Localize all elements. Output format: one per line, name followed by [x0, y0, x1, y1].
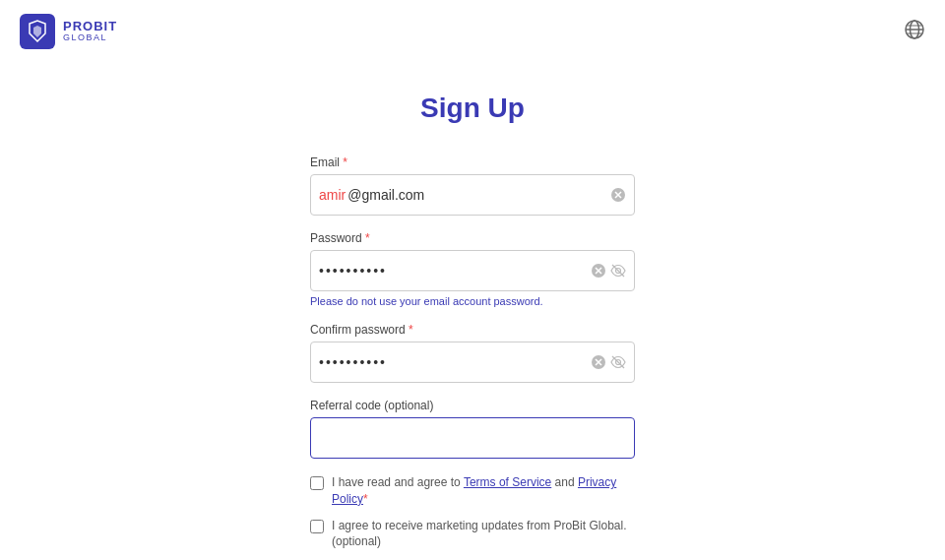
password-hint: Please do not use your email account pas…	[310, 295, 635, 307]
page-title: Sign Up	[420, 93, 525, 124]
marketing-checkbox-label: I agree to receive marketing updates fro…	[332, 518, 635, 551]
confirm-password-label: Confirm password *	[310, 323, 635, 337]
main-content: Sign Up Email * amir @gmail.com	[0, 63, 945, 560]
terms-checkbox-group: I have read and agree to Terms of Servic…	[310, 474, 635, 508]
probit-logo-icon	[20, 14, 55, 49]
confirm-password-toggle-icon[interactable]	[610, 354, 626, 370]
email-input-wrapper: amir @gmail.com	[310, 174, 635, 216]
password-input-wrapper	[310, 250, 635, 291]
password-input[interactable]	[319, 263, 591, 279]
terms-checkbox-label: I have read and agree to Terms of Servic…	[332, 474, 635, 508]
referral-field-group: Referral code (optional)	[310, 399, 635, 459]
logo-probit-label: PROBIT	[63, 20, 117, 33]
referral-input-wrapper	[310, 417, 635, 459]
password-label: Password *	[310, 231, 635, 245]
password-toggle-icon[interactable]	[610, 263, 626, 279]
terms-of-service-link[interactable]: Terms of Service	[464, 475, 551, 489]
email-field-group: Email * amir @gmail.com	[310, 156, 635, 216]
password-clear-icon[interactable]	[591, 263, 606, 279]
logo-global-label: GLOBAL	[63, 33, 117, 43]
referral-label: Referral code (optional)	[310, 399, 635, 412]
marketing-checkbox-group: I agree to receive marketing updates fro…	[310, 518, 635, 551]
password-field-group: Password * Please do not	[310, 231, 635, 307]
email-domain: @gmail.com	[347, 187, 424, 203]
marketing-checkbox[interactable]	[310, 520, 324, 533]
confirm-password-input[interactable]	[319, 354, 591, 370]
globe-icon[interactable]	[904, 19, 925, 44]
header: PROBIT GLOBAL	[0, 0, 945, 63]
logo-text: PROBIT GLOBAL	[63, 20, 117, 43]
terms-checkbox[interactable]	[310, 476, 324, 490]
confirm-password-clear-icon[interactable]	[591, 354, 606, 370]
confirm-password-field-group: Confirm password *	[310, 323, 635, 383]
signup-form: Email * amir @gmail.com Password *	[310, 156, 635, 560]
logo: PROBIT GLOBAL	[20, 14, 117, 49]
confirm-password-input-wrapper	[310, 342, 635, 383]
email-clear-icon[interactable]	[610, 187, 626, 203]
referral-input[interactable]	[321, 430, 624, 446]
email-prefix: amir	[319, 187, 346, 203]
email-label: Email *	[310, 156, 635, 169]
